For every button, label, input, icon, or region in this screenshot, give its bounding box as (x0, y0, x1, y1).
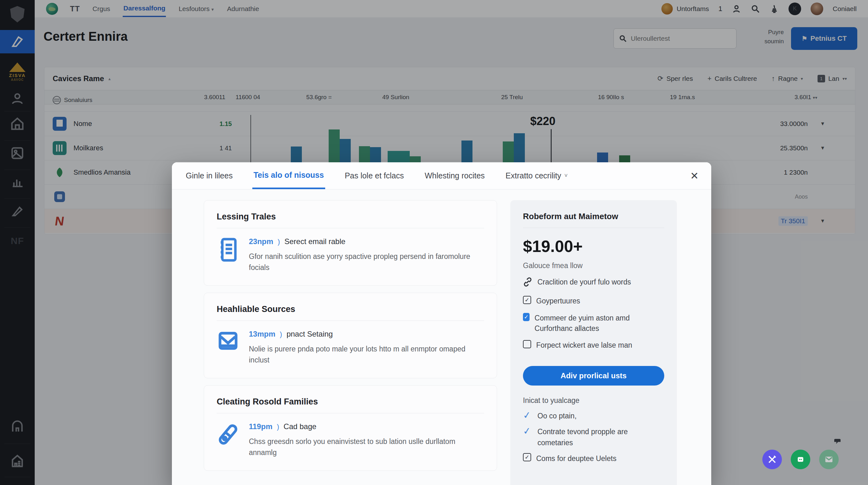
separator-icon: ) (278, 238, 280, 246)
feature-label: Commeer de yuim aston amd Curforthanc al… (535, 313, 664, 334)
tab-label: Extratto cecrility (505, 171, 561, 180)
item-description: Chss greesdn sorlo you enainvistest to s… (249, 436, 484, 458)
feature-label: Craclition de yourf fulo words (537, 277, 631, 287)
footer-check-item: ✓ Contrate tevond propple are cometaries (523, 426, 664, 448)
envelope-icon (824, 455, 834, 464)
item-headline: 13mpm ) pnact Setaing (249, 330, 484, 339)
checkbox-checked-icon[interactable]: ✓ (523, 296, 531, 304)
item-title: Cad bage (284, 422, 316, 431)
section-card: Lessing Trales 23npm ) Serect email rabl… (204, 200, 497, 286)
footer-label: Contrate tevond propple are cometaries (537, 426, 664, 448)
section-card: Cleating Rosold Families 119pm ) Cad bag… (204, 385, 497, 471)
envelope-icon (217, 330, 239, 365)
chevron-down-icon: ˅ (564, 172, 568, 179)
divider (217, 228, 484, 228)
bot-icon (796, 455, 805, 464)
section-heading: Lessing Trales (217, 212, 484, 222)
tab-teis-active[interactable]: Teis alo of nisouss (252, 162, 325, 189)
modal-left-column: Lessing Trales 23npm ) Serect email rabl… (204, 200, 497, 478)
separator-icon: ) (280, 330, 282, 339)
tab-pas[interactable]: Pas lole et fclacs (343, 162, 405, 189)
feature-item[interactable]: Forpect wickert ave lalse man (523, 340, 664, 350)
item-description: Gfor nanih sculition ase yorry spactive … (249, 251, 484, 273)
price-text: $19.00+ (523, 237, 664, 256)
footer-check-item: ✓ Oo co ptain, (523, 410, 664, 422)
link-icon (523, 277, 532, 289)
item-time: 13mpm (249, 330, 275, 339)
section-item[interactable]: 13mpm ) pnact Setaing Nolie is purere pn… (217, 330, 484, 365)
checkbox-checked-blue-icon[interactable]: ✓ (523, 313, 530, 321)
tab-extratto[interactable]: Extratto cecrility˅ (504, 162, 569, 189)
item-headline: 23npm ) Serect email rable (249, 237, 484, 246)
modal-side-panel: Robeform aut Maimetow $19.00+ Galouce fm… (510, 200, 677, 485)
section-item-body: 119pm ) Cad bage Chss greesdn sorlo you … (249, 422, 484, 458)
panel-heading: Robeform aut Maimetow (523, 211, 664, 221)
tab-whlesting[interactable]: Whlesting rocites (423, 162, 486, 189)
checkbox-empty-icon[interactable] (523, 340, 531, 348)
check-icon: ✓ (523, 410, 533, 420)
floating-action-buttons (762, 450, 839, 469)
section-item[interactable]: 119pm ) Cad bage Chss greesdn sorlo you … (217, 422, 484, 458)
separator-icon: ) (277, 423, 279, 431)
feature-item[interactable]: ✓ Goypertuures (523, 296, 664, 306)
tools-fab-button[interactable] (762, 450, 782, 469)
chat-bot-fab-button[interactable] (791, 450, 810, 469)
section-heading: Cleating Rosold Families (217, 397, 484, 407)
tab-ginle[interactable]: Ginle in lilees (185, 162, 234, 189)
section-item-body: 13mpm ) pnact Setaing Nolie is purere pn… (249, 330, 484, 365)
item-headline: 119pm ) Cad bage (249, 422, 484, 431)
checkbox-checked-icon[interactable]: ✓ (523, 453, 531, 461)
modal-tab-bar: Ginle in lilees Teis alo of nisouss Pas … (172, 162, 711, 190)
item-time: 23npm (249, 237, 273, 246)
item-title: pnact Setaing (286, 330, 333, 339)
modal-body: Lessing Trales 23npm ) Serect email rabl… (172, 190, 711, 485)
notes-icon (217, 237, 239, 273)
footer-label: Coms for deuptee Uelets (536, 453, 616, 464)
item-description: Nolie is purere pnda poto male your lots… (249, 344, 484, 365)
feature-label: Forpect wickert ave lalse man (536, 340, 632, 350)
modal-dialog: Ginle in lilees Teis alo of nisouss Pas … (172, 162, 711, 485)
crossed-tools-icon (767, 455, 777, 464)
section-heading: Heahliable Sources (217, 304, 484, 314)
item-time: 119pm (249, 422, 273, 431)
section-item[interactable]: 23npm ) Serect email rable Gfor nanih sc… (217, 237, 484, 273)
divider (217, 320, 484, 321)
section-card: Heahliable Sources 13mpm ) pnact Setaing… (204, 293, 497, 378)
message-fab-button[interactable] (819, 450, 839, 469)
add-practical-button[interactable]: Adiv prorlical usts (523, 366, 664, 386)
price-subtitle: Galouce fmea llow (523, 261, 664, 270)
section-item-body: 23npm ) Serect email rable Gfor nanih sc… (249, 237, 484, 273)
feature-item: Craclition de yourf fulo words (523, 277, 664, 289)
pill-icon (217, 422, 239, 458)
check-icon: ✓ (523, 426, 533, 436)
item-title: Serect email rable (284, 237, 345, 246)
feature-item[interactable]: ✓ Commeer de yuim aston amd Curforthanc … (523, 313, 664, 334)
footer-check-item[interactable]: ✓ Coms for deuptee Uelets (523, 453, 664, 464)
panel-footer-heading: Inicat to yualcage (523, 396, 664, 405)
feature-label: Goypertuures (536, 296, 580, 306)
close-button[interactable]: ✕ (690, 170, 699, 182)
divider (523, 228, 664, 228)
footer-label: Oo co ptain, (537, 410, 577, 422)
